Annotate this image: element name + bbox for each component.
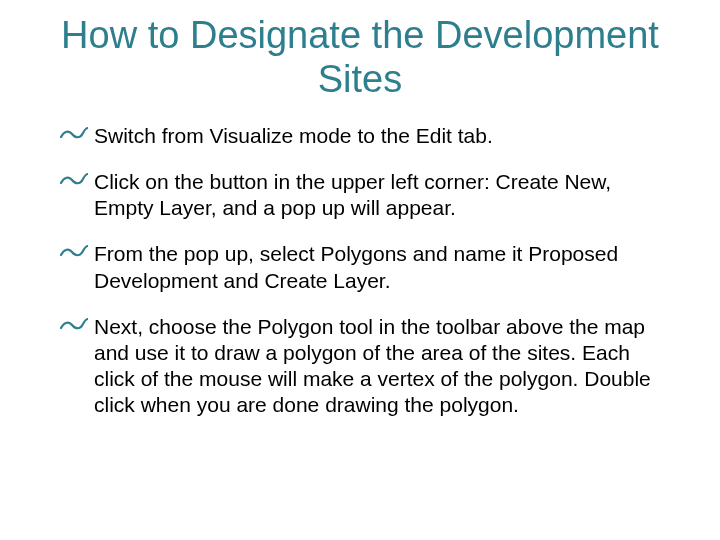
bullet-text: Switch from Visualize mode to the Edit t…: [94, 124, 493, 147]
list-item: Click on the button in the upper left co…: [60, 169, 660, 221]
list-item: From the pop up, select Polygons and nam…: [60, 241, 660, 293]
swirl-icon: [60, 170, 88, 190]
slide: How to Designate the Development Sites S…: [0, 0, 720, 540]
bullet-text: From the pop up, select Polygons and nam…: [94, 242, 618, 291]
swirl-icon: [60, 315, 88, 335]
swirl-icon: [60, 124, 88, 144]
bullet-text: Click on the button in the upper left co…: [94, 170, 611, 219]
list-item: Next, choose the Polygon tool in the too…: [60, 314, 660, 418]
bullet-list: Switch from Visualize mode to the Edit t…: [60, 123, 660, 417]
list-item: Switch from Visualize mode to the Edit t…: [60, 123, 660, 149]
swirl-icon: [60, 242, 88, 262]
bullet-text: Next, choose the Polygon tool in the too…: [94, 315, 651, 416]
slide-title: How to Designate the Development Sites: [60, 14, 660, 101]
